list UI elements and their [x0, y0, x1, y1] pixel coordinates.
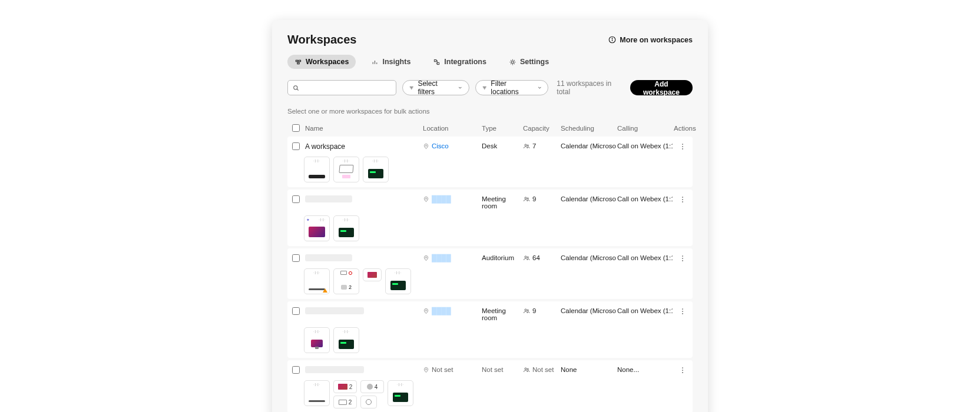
location-pin-icon — [423, 143, 429, 149]
device-count: 4 — [375, 384, 378, 390]
svg-point-34 — [682, 260, 683, 261]
scheduling-cell: None — [559, 366, 616, 373]
capacity-value: 9 — [532, 307, 536, 314]
select-filters-label: Select filters — [418, 79, 451, 96]
svg-point-31 — [527, 257, 528, 258]
capacity-value: 7 — [532, 142, 536, 149]
device-card[interactable]: ·|·|· — [304, 380, 330, 406]
more-actions-icon[interactable] — [678, 254, 687, 263]
col-name[interactable]: Name — [304, 125, 422, 132]
type-cell: Auditorium — [481, 254, 522, 261]
workspace-name — [305, 254, 352, 261]
workspaces-table: Name Location Type Capacity Scheduling C… — [287, 119, 693, 412]
row-checkbox[interactable] — [292, 254, 300, 262]
table-header: Name Location Type Capacity Scheduling C… — [287, 119, 693, 137]
row-checkbox[interactable] — [292, 307, 300, 315]
svg-point-36 — [525, 309, 527, 311]
device-card[interactable] — [360, 396, 377, 408]
svg-point-23 — [425, 198, 426, 199]
svg-point-37 — [527, 310, 528, 311]
more-actions-icon[interactable] — [678, 307, 687, 315]
device-card[interactable]: ·|·|· — [304, 157, 330, 182]
header-row: Workspaces More on workspaces — [287, 33, 693, 46]
location-link[interactable]: ████ — [432, 307, 451, 314]
tab-settings[interactable]: Settings — [502, 55, 556, 69]
device-card[interactable]: 2 — [333, 380, 357, 393]
location-link[interactable]: ████ — [432, 254, 451, 261]
insights-icon — [371, 58, 379, 66]
more-actions-icon[interactable] — [678, 142, 687, 151]
device-card[interactable]: ✦·|·|· — [304, 215, 330, 241]
row-checkbox[interactable] — [292, 195, 300, 203]
tab-integrations-label: Integrations — [444, 58, 486, 66]
device-card[interactable]: 4 — [360, 380, 384, 393]
svg-point-32 — [682, 255, 683, 257]
tab-integrations[interactable]: Integrations — [426, 55, 494, 69]
device-card[interactable]: 2 — [333, 396, 357, 408]
location-pin-icon — [423, 308, 429, 314]
location-pin-icon — [423, 196, 429, 202]
tab-insights[interactable]: Insights — [364, 55, 418, 69]
add-workspace-button[interactable]: Add workspace — [630, 80, 693, 95]
tabs: Workspaces Insights Integrations Setting… — [287, 55, 693, 69]
calling-cell: Call on Webex (1:1... — [616, 307, 673, 314]
device-card[interactable]: ·|·|· — [385, 268, 411, 294]
more-actions-icon[interactable] — [678, 195, 687, 204]
more-on-workspaces-link[interactable]: More on workspaces — [608, 36, 693, 44]
table-row[interactable]: ████ Meeting room 9 Calendar (Microsoft)… — [287, 301, 693, 358]
tab-settings-label: Settings — [520, 58, 549, 66]
location-pin-icon — [423, 255, 429, 261]
location-pin-icon — [423, 367, 429, 373]
device-card[interactable]: ·|·|· — [363, 157, 389, 182]
filter-locations-button[interactable]: Filter locations — [475, 80, 548, 95]
more-on-workspaces-label: More on workspaces — [620, 36, 693, 44]
svg-point-20 — [682, 144, 683, 145]
svg-point-21 — [682, 146, 683, 147]
device-card[interactable]: ·|·|· — [333, 215, 359, 241]
search-input-wrap[interactable] — [287, 80, 396, 95]
table-row[interactable]: Not set Not set Not set None None... ·|·… — [287, 360, 693, 412]
select-filters-button[interactable]: Select filters — [402, 80, 469, 95]
svg-point-24 — [525, 197, 527, 199]
workspaces-panel: Workspaces More on workspaces Workspaces… — [272, 20, 708, 412]
col-capacity[interactable]: Capacity — [522, 125, 559, 132]
table-row[interactable]: ████ Meeting room 9 Calendar (Microsoft)… — [287, 190, 693, 246]
chevron-down-icon — [537, 85, 542, 91]
col-location[interactable]: Location — [422, 125, 481, 132]
svg-rect-6 — [435, 59, 436, 61]
capacity-cell: 9 — [522, 307, 559, 314]
location-link[interactable]: ████ — [432, 195, 451, 202]
device-thumbnails: ✦·|·|· ·|·|· — [304, 215, 693, 241]
col-scheduling[interactable]: Scheduling — [559, 125, 616, 132]
device-card[interactable]: 2 — [333, 268, 359, 294]
col-calling[interactable]: Calling — [616, 125, 673, 132]
svg-point-43 — [527, 368, 528, 370]
table-row[interactable]: A workspace Cisco Desk 7 Calendar (Micro… — [287, 137, 693, 187]
device-thumbnails: ·|·|· ·|·|· — [304, 327, 693, 353]
col-type[interactable]: Type — [481, 125, 522, 132]
svg-point-27 — [682, 199, 683, 200]
device-card[interactable] — [363, 268, 382, 281]
tab-workspaces[interactable]: Workspaces — [287, 55, 356, 69]
page-title: Workspaces — [287, 33, 356, 46]
select-all-checkbox[interactable] — [292, 124, 300, 132]
more-actions-icon[interactable] — [678, 366, 687, 374]
capacity-cell: 9 — [522, 195, 559, 202]
scheduling-cell: Calendar (Microsoft) — [559, 307, 616, 314]
device-card[interactable]: ·|·|· — [333, 157, 359, 182]
location-link[interactable]: Cisco — [432, 142, 449, 149]
device-card[interactable]: ·|·|· — [388, 380, 413, 406]
table-row[interactable]: ████ Auditorium 64 Calendar (Microsoft) … — [287, 248, 693, 299]
row-checkbox[interactable] — [292, 366, 300, 374]
svg-point-2 — [612, 38, 612, 38]
row-checkbox[interactable] — [292, 142, 300, 150]
type-cell: Meeting room — [481, 307, 522, 321]
bulk-action-hint: Select one or more workspaces for bulk a… — [287, 108, 693, 115]
device-card[interactable]: ·|·|· — [304, 268, 330, 294]
workspace-name: A workspace — [305, 142, 345, 151]
search-input[interactable] — [303, 84, 391, 92]
device-card[interactable]: ·|·|· — [304, 327, 330, 353]
device-card[interactable]: ·|·|· — [333, 327, 359, 353]
svg-point-17 — [425, 145, 426, 146]
location-cell: ████ — [422, 254, 481, 261]
